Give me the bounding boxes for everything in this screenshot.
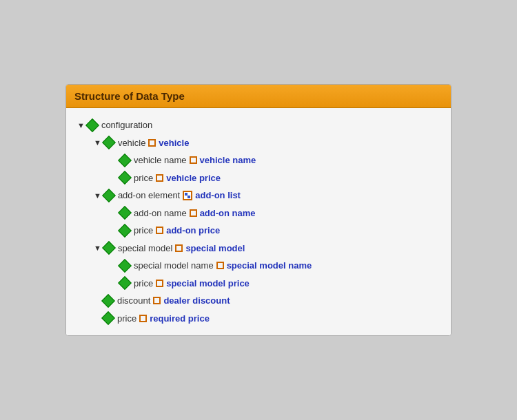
diamond-icon-discount — [101, 294, 115, 308]
square-icon-special-model-price — [156, 280, 163, 287]
type-vehicle: vehicle — [159, 136, 189, 150]
label-vehicle-name: vehicle name — [134, 154, 187, 167]
panel-title: Structure of Data Type — [74, 90, 185, 102]
label-addon-name: add-on name — [134, 207, 187, 220]
type-required-price: required price — [150, 312, 210, 326]
label-special-model: special model — [118, 242, 173, 255]
square-icon-addon-price — [156, 227, 163, 234]
tree-node-special-model-price: price special model price — [110, 275, 440, 293]
toggle-configuration[interactable]: ▼ — [77, 120, 85, 132]
tree-node-special-model-name: special model name special model name — [110, 257, 440, 275]
label-addon-price: price — [134, 224, 153, 238]
label-special-model-name: special model name — [134, 259, 214, 273]
type-vehicle-name: vehicle name — [200, 154, 256, 167]
tree-node-addon-price: price add-on price — [110, 222, 440, 240]
type-addon-name: add-on name — [200, 207, 256, 220]
diamond-icon-vehicle-name — [118, 154, 132, 167]
diamond-icon-special-model-name — [118, 259, 132, 273]
label-special-model-price: price — [134, 277, 153, 291]
square-icon-vehicle-price — [156, 174, 163, 182]
square-icon-special-model-name — [216, 262, 224, 269]
toggle-addon[interactable]: ▼ — [94, 190, 101, 202]
tree-node-vehicle-price: price vehicle price — [110, 169, 440, 187]
square-icon-vehicle — [148, 139, 156, 147]
tree-node-configuration: ▼ configuration — [77, 116, 440, 134]
list-icon-addon — [183, 191, 192, 200]
toggle-vehicle[interactable]: ▼ — [94, 137, 101, 149]
square-icon-special-model — [175, 244, 183, 252]
toggle-special-model[interactable]: ▼ — [94, 242, 101, 254]
diamond-icon-vehicle — [102, 136, 116, 149]
label-vehicle-price: price — [134, 171, 153, 185]
panel-header: Structure of Data Type — [66, 85, 451, 108]
tree-node-vehicle-name: vehicle name vehicle name — [110, 151, 440, 169]
square-icon-discount — [153, 297, 161, 304]
tree-node-required-price: price required price — [94, 310, 440, 328]
diamond-icon-special-model-price — [118, 276, 132, 290]
type-vehicle-price: vehicle price — [166, 171, 221, 185]
diamond-icon-addon-price — [118, 224, 132, 238]
label-required-price: price — [117, 312, 136, 326]
tree-node-special-model: ▼ special model special model — [94, 240, 440, 258]
tree-node-addon-name: add-on name add-on name — [110, 204, 440, 222]
diamond-icon-addon — [102, 189, 116, 202]
diamond-icon-special-model — [102, 241, 116, 255]
square-icon-required-price — [139, 315, 147, 322]
type-special-model-name: special model name — [227, 259, 312, 273]
type-special-model-price: special model price — [166, 277, 250, 291]
square-icon-vehicle-name — [190, 156, 197, 164]
panel-body: ▼ configuration ▼ vehicle vehicle vehicl… — [66, 108, 451, 335]
diamond-icon-vehicle-price — [118, 171, 132, 185]
type-addon-price: add-on price — [166, 224, 220, 238]
diamond-icon-required-price — [101, 311, 115, 325]
tree-node-vehicle: ▼ vehicle vehicle — [94, 134, 440, 152]
toggle-spacer — [110, 155, 117, 167]
diamond-icon-configuration — [85, 118, 99, 132]
square-icon-addon-name — [190, 209, 197, 217]
label-configuration: configuration — [101, 118, 152, 132]
label-addon: add-on element — [118, 189, 180, 202]
type-special-model: special model — [185, 242, 245, 255]
tree-node-addon: ▼ add-on element add-on list — [94, 187, 440, 204]
type-discount: dealer discount — [163, 294, 230, 308]
label-discount: discount — [117, 294, 150, 308]
diamond-icon-addon-name — [118, 206, 132, 220]
label-vehicle: vehicle — [118, 136, 145, 150]
type-addon: add-on list — [195, 189, 241, 202]
panel: Structure of Data Type ▼ configuration ▼… — [65, 84, 452, 336]
tree-node-discount: discount dealer discount — [94, 292, 440, 310]
